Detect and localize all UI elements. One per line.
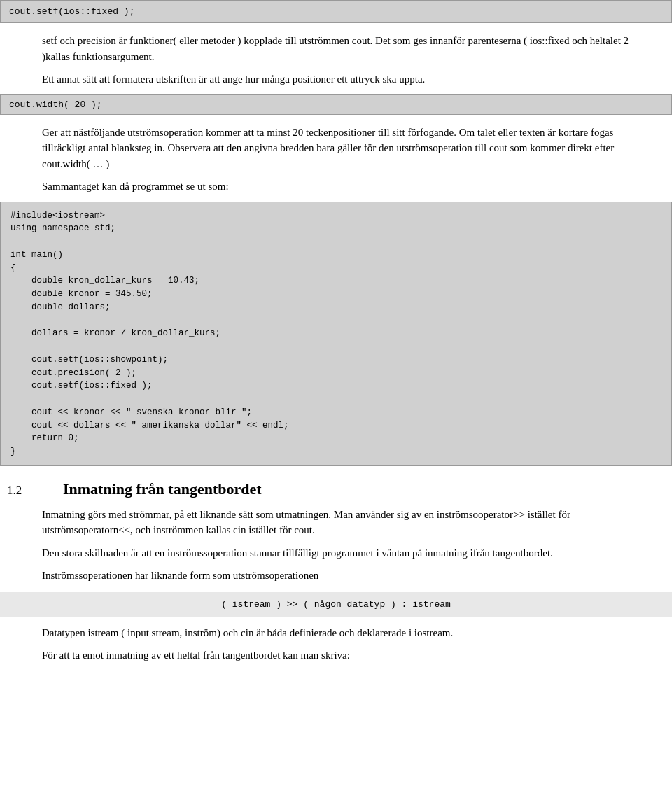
section-header: 1.2 Inmatning från tangentbordet [0, 480, 672, 498]
paragraph1-block: setf och precision är funktioner( eller … [0, 33, 672, 88]
final-para-1: Datatypen istream ( input stream, inströ… [42, 625, 630, 641]
paragraph2-text: Ett annat sätt att formatera utskriften … [42, 71, 630, 88]
paragraph3-block: Ger att nästföljande utströmsoperation k… [0, 125, 672, 195]
main-code-text: #include<iostream> using namespace std; … [10, 211, 289, 457]
formula-text: ( istream ) >> ( någon datatyp ) : istre… [221, 599, 451, 610]
final-para-2: För att ta emot inmatning av ett heltal … [42, 648, 630, 664]
section-number: 1.2 [7, 484, 35, 498]
section-para-1: Inmatning görs med strömmar, på ett likn… [42, 507, 630, 538]
paragraph1-text: setf och precision är funktioner( eller … [42, 33, 630, 64]
top-code-block: cout.setf(ios::fixed ); [0, 0, 672, 23]
paragraph4-text: Sammantaget kan då programmet se ut som: [42, 178, 644, 195]
cout-width-code: cout.width( 20 ); [9, 99, 107, 110]
section-title: Inmatning från tangentbordet [63, 480, 262, 498]
formula-block: ( istream ) >> ( någon datatyp ) : istre… [0, 592, 672, 617]
section-para-2: Den stora skillnaden är att en inströmss… [42, 545, 630, 561]
page: cout.setf(ios::fixed ); setf och precisi… [0, 0, 672, 664]
cout-width-block: cout.width( 20 ); [0, 94, 672, 115]
paragraph3-text: Ger att nästföljande utströmsoperation k… [42, 125, 644, 172]
section-body: Inmatning görs med strömmar, på ett likn… [0, 507, 672, 584]
section-para-3: Inströmssoperationen har liknande form s… [42, 568, 630, 584]
top-code-text: cout.setf(ios::fixed ); [9, 6, 134, 17]
main-code-block: #include<iostream> using namespace std; … [0, 202, 672, 466]
final-body: Datatypen istream ( input stream, inströ… [0, 625, 672, 664]
